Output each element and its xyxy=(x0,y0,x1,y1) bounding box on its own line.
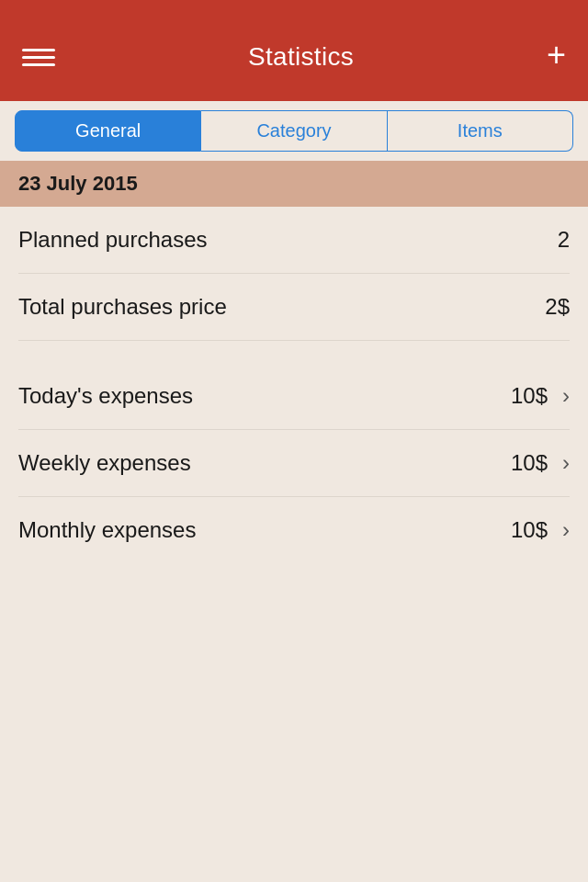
stat-value-weekly-expenses: 10$ xyxy=(511,450,548,476)
app-header: Statistics + xyxy=(0,0,588,101)
stat-value-todays-expenses: 10$ xyxy=(511,383,548,409)
stat-spacer xyxy=(18,341,570,363)
stats-list: Planned purchases 2 Total purchases pric… xyxy=(0,207,588,563)
chevron-icon-monthly: › xyxy=(562,517,570,543)
stat-value-total-purchases: 2$ xyxy=(545,294,570,320)
menu-icon[interactable] xyxy=(22,49,55,66)
stat-value-group-monthly-expenses: 10$ › xyxy=(511,517,570,543)
chevron-icon-weekly: › xyxy=(562,450,570,476)
stat-label-weekly-expenses: Weekly expenses xyxy=(18,450,191,476)
stat-row-planned-purchases: Planned purchases 2 xyxy=(18,207,570,274)
stat-label-monthly-expenses: Monthly expenses xyxy=(18,517,196,543)
stat-label-todays-expenses: Today's expenses xyxy=(18,383,193,409)
stat-value-group-total-purchases: 2$ xyxy=(545,294,570,320)
stat-row-monthly-expenses[interactable]: Monthly expenses 10$ › xyxy=(18,497,570,563)
stat-label-total-purchases: Total purchases price xyxy=(18,294,227,320)
stat-value-group-weekly-expenses: 10$ › xyxy=(511,450,570,476)
tab-bar: General Category Items xyxy=(0,101,588,161)
stat-value-group-planned-purchases: 2 xyxy=(558,227,570,253)
stat-value-group-todays-expenses: 10$ › xyxy=(511,383,570,409)
stat-label-planned-purchases: Planned purchases xyxy=(18,227,207,253)
stat-row-todays-expenses[interactable]: Today's expenses 10$ › xyxy=(18,363,570,430)
tab-category[interactable]: Category xyxy=(201,110,387,152)
tab-general[interactable]: General xyxy=(15,110,201,152)
stat-value-planned-purchases: 2 xyxy=(558,227,570,253)
page-title: Statistics xyxy=(248,42,354,72)
stat-value-monthly-expenses: 10$ xyxy=(511,517,548,543)
add-icon[interactable]: + xyxy=(547,39,566,72)
tab-items[interactable]: Items xyxy=(388,110,573,152)
chevron-icon-todays: › xyxy=(562,383,570,409)
stat-row-weekly-expenses[interactable]: Weekly expenses 10$ › xyxy=(18,430,570,497)
stat-row-total-purchases: Total purchases price 2$ xyxy=(18,274,570,341)
date-header: 23 July 2015 xyxy=(0,161,588,207)
